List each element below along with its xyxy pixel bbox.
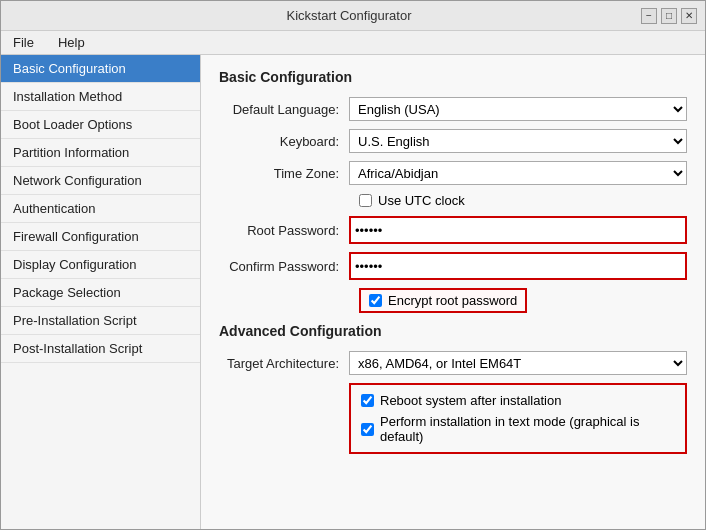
target-arch-select[interactable]: x86, AMD64, or Intel EM64T bbox=[349, 351, 687, 375]
maximize-button[interactable]: □ bbox=[661, 8, 677, 24]
advanced-checkboxes: Reboot system after installation Perform… bbox=[349, 383, 687, 454]
advanced-config-title: Advanced Configuration bbox=[219, 323, 687, 339]
utc-row: Use UTC clock bbox=[219, 193, 687, 208]
content-area: Basic Configuration Installation Method … bbox=[1, 55, 705, 529]
reboot-checkbox[interactable] bbox=[361, 394, 374, 407]
sidebar: Basic Configuration Installation Method … bbox=[1, 55, 201, 529]
target-arch-label: Target Architecture: bbox=[219, 356, 349, 371]
reboot-row: Reboot system after installation bbox=[361, 393, 675, 408]
encrypt-checkbox-box: Encrypt root password bbox=[359, 288, 527, 313]
timezone-label: Time Zone: bbox=[219, 166, 349, 181]
keyboard-label: Keyboard: bbox=[219, 134, 349, 149]
confirm-password-row: Confirm Password: bbox=[219, 252, 687, 280]
minimize-button[interactable]: − bbox=[641, 8, 657, 24]
default-language-row: Default Language: English (USA) bbox=[219, 97, 687, 121]
sidebar-item-installation-method[interactable]: Installation Method bbox=[1, 83, 200, 111]
sidebar-item-authentication[interactable]: Authentication bbox=[1, 195, 200, 223]
keyboard-select[interactable]: U.S. English bbox=[349, 129, 687, 153]
sidebar-item-package-selection[interactable]: Package Selection bbox=[1, 279, 200, 307]
window-controls: − □ ✕ bbox=[641, 8, 697, 24]
encrypt-row: Encrypt root password bbox=[219, 288, 687, 313]
timezone-control: Africa/Abidjan bbox=[349, 161, 687, 185]
timezone-select[interactable]: Africa/Abidjan bbox=[349, 161, 687, 185]
sidebar-item-network-configuration[interactable]: Network Configuration bbox=[1, 167, 200, 195]
sidebar-item-post-installation-script[interactable]: Post-Installation Script bbox=[1, 335, 200, 363]
text-mode-checkbox[interactable] bbox=[361, 423, 374, 436]
confirm-password-control bbox=[349, 252, 687, 280]
title-bar: Kickstart Configurator − □ ✕ bbox=[1, 1, 705, 31]
sidebar-item-firewall-configuration[interactable]: Firewall Configuration bbox=[1, 223, 200, 251]
root-password-control bbox=[349, 216, 687, 244]
text-mode-label[interactable]: Perform installation in text mode (graph… bbox=[380, 414, 675, 444]
utc-checkbox[interactable] bbox=[359, 194, 372, 207]
sidebar-item-partition-information[interactable]: Partition Information bbox=[1, 139, 200, 167]
default-language-select[interactable]: English (USA) bbox=[349, 97, 687, 121]
encrypt-checkbox[interactable] bbox=[369, 294, 382, 307]
root-password-input[interactable] bbox=[351, 218, 685, 242]
main-window: Kickstart Configurator − □ ✕ File Help B… bbox=[0, 0, 706, 530]
main-panel: Basic Configuration Default Language: En… bbox=[201, 55, 705, 529]
sidebar-item-boot-loader-options[interactable]: Boot Loader Options bbox=[1, 111, 200, 139]
menu-file[interactable]: File bbox=[7, 33, 40, 52]
utc-label[interactable]: Use UTC clock bbox=[378, 193, 465, 208]
window-title: Kickstart Configurator bbox=[57, 8, 641, 23]
menu-help[interactable]: Help bbox=[52, 33, 91, 52]
basic-config-title: Basic Configuration bbox=[219, 69, 687, 85]
encrypt-label[interactable]: Encrypt root password bbox=[388, 293, 517, 308]
root-password-label: Root Password: bbox=[219, 223, 349, 238]
menu-bar: File Help bbox=[1, 31, 705, 55]
keyboard-control: U.S. English bbox=[349, 129, 687, 153]
advanced-options-box: Reboot system after installation Perform… bbox=[349, 383, 687, 454]
sidebar-item-display-configuration[interactable]: Display Configuration bbox=[1, 251, 200, 279]
target-arch-control: x86, AMD64, or Intel EM64T bbox=[349, 351, 687, 375]
reboot-label[interactable]: Reboot system after installation bbox=[380, 393, 561, 408]
close-button[interactable]: ✕ bbox=[681, 8, 697, 24]
sidebar-item-pre-installation-script[interactable]: Pre-Installation Script bbox=[1, 307, 200, 335]
text-mode-row: Perform installation in text mode (graph… bbox=[361, 414, 675, 444]
default-language-label: Default Language: bbox=[219, 102, 349, 117]
sidebar-item-basic-configuration[interactable]: Basic Configuration bbox=[1, 55, 200, 83]
timezone-row: Time Zone: Africa/Abidjan bbox=[219, 161, 687, 185]
root-password-row: Root Password: bbox=[219, 216, 687, 244]
keyboard-row: Keyboard: U.S. English bbox=[219, 129, 687, 153]
default-language-control: English (USA) bbox=[349, 97, 687, 121]
target-arch-row: Target Architecture: x86, AMD64, or Inte… bbox=[219, 351, 687, 375]
confirm-password-input[interactable] bbox=[351, 254, 685, 278]
confirm-password-label: Confirm Password: bbox=[219, 259, 349, 274]
